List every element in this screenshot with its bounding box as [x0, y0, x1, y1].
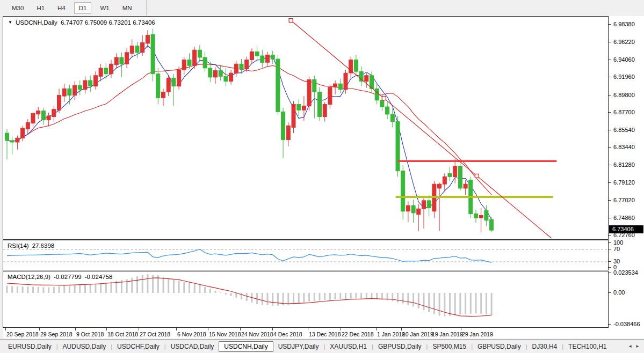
- date-label: 24 Nov 2018: [241, 331, 273, 337]
- date-tick: [461, 328, 461, 330]
- period-tab-w1[interactable]: W1: [96, 3, 113, 13]
- price-chart-canvas[interactable]: [3, 17, 608, 239]
- date-tick: [431, 328, 431, 330]
- period-tab-d1[interactable]: D1: [74, 2, 92, 14]
- macd-tick-label: 0.023534: [613, 269, 638, 276]
- rsi-panel[interactable]: RSI(14) 27.6398: [3, 240, 609, 270]
- symbol-tab-bar: EURUSD,Daily|AUDUSD,Daily|USDCHF,Daily|U…: [0, 339, 644, 353]
- trendline-anchor-marker[interactable]: [475, 174, 479, 178]
- price-tick-label-tick: [609, 95, 611, 95]
- price-tick-label: 6.87700: [613, 109, 635, 116]
- date-tick: [208, 328, 208, 330]
- date-label: 15 Nov 2018: [209, 331, 241, 337]
- symbol-tab-usdchf-daily[interactable]: USDCHF,Daily: [112, 341, 164, 352]
- date-tick: [139, 328, 139, 330]
- price-tick-label-tick: [609, 235, 611, 236]
- price-tick-label-tick: [609, 77, 611, 77]
- date-tick: [176, 328, 177, 330]
- trendline-anchor-marker[interactable]: [289, 19, 293, 23]
- macd-signal-value: -0.024758: [85, 274, 113, 280]
- date-label: 19 Jan 2019: [432, 331, 463, 337]
- date-tick: [341, 328, 341, 330]
- rsi-line: [7, 249, 491, 262]
- macd-tick-label-tick: [609, 292, 611, 293]
- symbol-tab-eurusd-daily[interactable]: EURUSD,Daily: [3, 341, 56, 352]
- symbol-tab-sp500-m15[interactable]: SP500,M15: [428, 341, 471, 352]
- macd-panel[interactable]: MACD(12,26,9) -0.027799 -0.024758: [3, 271, 609, 328]
- date-label: 18 Oct 2018: [107, 331, 138, 337]
- price-tick-label: 6.91960: [613, 73, 635, 80]
- price-tick-label-tick: [609, 182, 611, 183]
- rsi-tick-label-tick: [609, 261, 611, 262]
- date-tick: [272, 328, 273, 330]
- chart-symbol-label: USDCNH,Daily: [16, 19, 57, 26]
- macd-tick-label-tick: [609, 273, 611, 273]
- date-label: 27 Oct 2018: [140, 331, 170, 337]
- date-axis[interactable]: 20 Sep 201829 Sep 20189 Oct 201818 Oct 2…: [3, 328, 609, 339]
- macd-value: -0.027799: [54, 274, 82, 280]
- date-tick: [401, 328, 402, 330]
- price-tick-label: 6.85540: [613, 127, 635, 134]
- period-tab-m30[interactable]: M30: [8, 3, 28, 13]
- symbol-tab-usdcad-daily[interactable]: USDCAD,Daily: [166, 341, 219, 352]
- main-chart-panel[interactable]: ▼ USDCNH,Daily 6.74707 6.75009 6.73201 6…: [3, 16, 609, 240]
- symbol-tab-tech100-h1[interactable]: TECH100,H1: [563, 341, 611, 352]
- candles: [5, 28, 494, 232]
- date-label: 29 Sep 2018: [40, 331, 73, 337]
- rsi-value: 27.6398: [32, 242, 55, 249]
- scroll-left-icon[interactable]: ◄: [628, 344, 632, 349]
- rsi-canvas[interactable]: [3, 240, 608, 270]
- date-tick: [240, 328, 241, 330]
- mt4-window: M30H1H4D1W1MN ▼ USDCNH,Daily 6.74707 6.7…: [0, 0, 644, 353]
- macd-histogram: [6, 274, 493, 317]
- symbol-tab-gbpusd-daily[interactable]: GBPUSD,Daily: [473, 341, 526, 352]
- price-tick-label-tick: [609, 112, 611, 113]
- date-tick: [5, 328, 6, 330]
- ma-fast-line: [7, 46, 491, 219]
- period-tab-h4[interactable]: H4: [53, 3, 70, 13]
- price-tick-label: 6.77020: [613, 197, 635, 204]
- date-label: 6 Nov 2018: [177, 331, 206, 337]
- price-tick-label-tick: [609, 200, 611, 201]
- rsi-tick-label-tick: [609, 267, 611, 268]
- symbol-tab-dj30-h4[interactable]: DJ30,H4: [527, 341, 562, 352]
- price-tick-label: 6.96220: [613, 39, 635, 46]
- price-tick-label-tick: [609, 42, 611, 42]
- tab-scroll-arrows: ◄ ►: [628, 344, 641, 349]
- scroll-right-icon[interactable]: ►: [635, 344, 640, 349]
- price-tick-label: 6.74860: [613, 215, 635, 222]
- period-tab-h1[interactable]: H1: [32, 3, 49, 13]
- toolbar-divider: [146, 0, 147, 16]
- symbol-tab-audusd-daily[interactable]: AUDUSD,Daily: [58, 341, 111, 352]
- date-label: 9 Oct 2018: [76, 331, 104, 337]
- trendline[interactable]: [291, 20, 552, 238]
- symbol-tab-xauusd-h1[interactable]: XAUUSD,H1: [325, 341, 372, 352]
- date-label: 29 Jan 2019: [462, 331, 493, 337]
- period-tab-mn[interactable]: MN: [118, 3, 136, 13]
- rsi-tick-label-tick: [609, 249, 611, 249]
- price-tick-label-tick: [609, 60, 611, 60]
- rsi-name: RSI(14): [8, 242, 29, 249]
- price-tick-label-tick: [609, 147, 611, 148]
- price-tick-label-tick: [609, 24, 611, 25]
- macd-name: MACD(12,26,9): [8, 274, 50, 280]
- date-tick: [39, 328, 40, 330]
- price-tick-label-tick: [609, 130, 611, 130]
- trendline-anchor-marker[interactable]: [382, 97, 386, 100]
- current-price-badge: 6.73406: [609, 225, 643, 233]
- macd-tick-label: -0.038466: [613, 321, 640, 328]
- date-label: 13 Dec 2018: [309, 331, 341, 337]
- price-tick-label-tick: [609, 165, 611, 165]
- symbol-tab-usdcnh-daily[interactable]: USDCNH,Daily: [219, 341, 273, 352]
- date-label: 1 Jan 2019: [377, 331, 405, 337]
- price-tick-label: 6.94060: [613, 56, 635, 63]
- chart-title: ▼ USDCNH,Daily 6.74707 6.75009 6.73201 6…: [8, 19, 155, 26]
- date-label: 4 Dec 2018: [273, 331, 302, 337]
- date-label: 22 Dec 2018: [342, 331, 374, 337]
- chart-dropdown-icon[interactable]: ▼: [8, 20, 12, 25]
- price-tick-label: 6.79120: [613, 179, 635, 186]
- symbol-tab-usdjpy-daily[interactable]: USDJPY,Daily: [273, 341, 324, 352]
- macd-label: MACD(12,26,9) -0.027799 -0.024758: [8, 274, 112, 280]
- symbol-tab-gbpusd-daily[interactable]: GBPUSD,Daily: [373, 341, 426, 352]
- price-axis[interactable]: 6.73406 6.983806.962206.940606.919606.89…: [609, 16, 644, 339]
